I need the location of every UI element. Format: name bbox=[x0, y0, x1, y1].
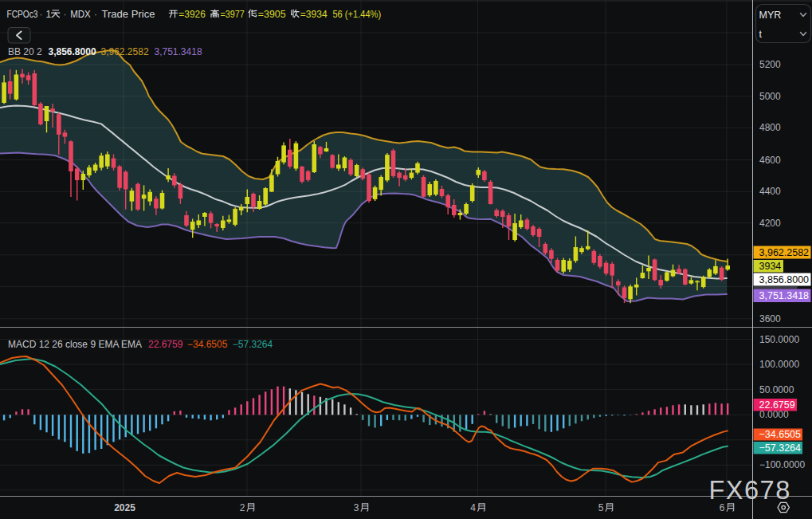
svg-text:5200: 5200 bbox=[759, 59, 781, 70]
svg-text:FCPOc3: FCPOc3 bbox=[7, 9, 38, 20]
svg-text:3600: 3600 bbox=[759, 313, 781, 324]
svg-text:3: 3 bbox=[354, 502, 359, 513]
svg-text:100.0000: 100.0000 bbox=[759, 359, 799, 370]
svg-text:50.0000: 50.0000 bbox=[759, 384, 794, 395]
svg-text:56 (+1.44%): 56 (+1.44%) bbox=[332, 9, 381, 20]
svg-text:=3934: =3934 bbox=[300, 9, 328, 20]
svg-text:MDX: MDX bbox=[70, 9, 91, 20]
svg-text:1: 1 bbox=[46, 9, 52, 20]
svg-text:5: 5 bbox=[598, 502, 604, 513]
svg-text:t: t bbox=[759, 29, 763, 40]
svg-text:22.6759: 22.6759 bbox=[148, 339, 183, 350]
svg-text:3,856.8000: 3,856.8000 bbox=[49, 46, 96, 57]
svg-text:−34.6505: −34.6505 bbox=[187, 339, 228, 350]
svg-text:=3905: =3905 bbox=[258, 9, 286, 20]
svg-text:−57.3264: −57.3264 bbox=[759, 442, 802, 454]
svg-text:3,751.3418: 3,751.3418 bbox=[155, 46, 202, 57]
svg-text:4400: 4400 bbox=[759, 186, 781, 197]
svg-text:5000: 5000 bbox=[759, 91, 781, 102]
svg-text:Trade Price: Trade Price bbox=[102, 9, 155, 20]
svg-text:3,962.2582: 3,962.2582 bbox=[759, 247, 810, 258]
svg-text:MYR: MYR bbox=[759, 10, 782, 21]
svg-text:−57.3264: −57.3264 bbox=[233, 339, 273, 350]
svg-text:4800: 4800 bbox=[759, 122, 781, 133]
svg-text:MACD 12 26 close 9 EMA EMA: MACD 12 26 close 9 EMA EMA bbox=[8, 339, 142, 350]
svg-text:3,962.2582: 3,962.2582 bbox=[101, 46, 149, 57]
svg-text:=3926: =3926 bbox=[178, 9, 206, 20]
svg-text:·: · bbox=[40, 9, 43, 20]
svg-text:·: · bbox=[94, 9, 97, 20]
svg-text:2: 2 bbox=[240, 502, 245, 513]
svg-text:FX678: FX678 bbox=[709, 476, 791, 505]
svg-text:·: · bbox=[64, 9, 67, 20]
svg-text:150.0000: 150.0000 bbox=[759, 334, 799, 345]
svg-text:3934: 3934 bbox=[759, 261, 782, 272]
svg-text:−100.0000: −100.0000 bbox=[759, 459, 805, 470]
svg-text:BB 20 2: BB 20 2 bbox=[8, 46, 42, 57]
svg-text:=3977: =3977 bbox=[220, 9, 245, 20]
svg-text:4200: 4200 bbox=[759, 218, 781, 229]
svg-text:6: 6 bbox=[720, 502, 725, 513]
svg-text:2025: 2025 bbox=[114, 502, 135, 513]
svg-text:−34.6505: −34.6505 bbox=[759, 429, 802, 440]
svg-text:3,856.8000: 3,856.8000 bbox=[759, 274, 810, 285]
svg-text:3,751.3418: 3,751.3418 bbox=[759, 290, 810, 301]
svg-text:4: 4 bbox=[470, 502, 476, 513]
svg-text:22.6759: 22.6759 bbox=[759, 399, 795, 411]
svg-text:4600: 4600 bbox=[759, 155, 781, 166]
